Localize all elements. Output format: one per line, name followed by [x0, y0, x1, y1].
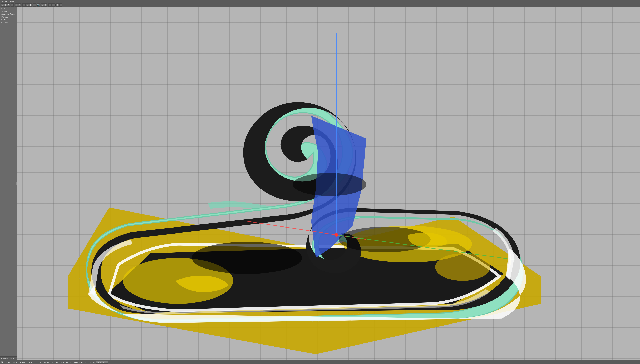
redo-btn[interactable]: ↪ — [52, 4, 55, 6]
tree-label-spherical: Spherical Coo... — [2, 13, 15, 15]
viewport[interactable] — [17, 7, 251, 141]
toolbar-sep-3 — [33, 4, 33, 6]
toolbar: ↖ ✛ ↻ ⤢ ⊹ ◎ ● ■ ⬟ ✦ 📷 # ⊞ ↩ ↪ ⚙ ● — [0, 3, 251, 7]
toolbar-sep-6 — [55, 4, 56, 6]
tree-item-lights[interactable]: ▶ Lights — [0, 21, 17, 24]
snap-btn[interactable]: ⊞ — [44, 4, 47, 6]
tree-item-gui[interactable]: GUI — [0, 7, 17, 10]
menu-insert[interactable]: Insert — [8, 0, 15, 3]
track-scene-svg — [17, 7, 251, 141]
cursor-btn[interactable]: ⊹ — [15, 4, 18, 6]
record-btn[interactable]: ● — [59, 4, 63, 6]
select-tool-btn[interactable]: ↖ — [1, 4, 4, 6]
cube-btn[interactable]: ■ — [26, 4, 29, 6]
camera-btn[interactable]: 📷 — [37, 4, 40, 6]
cylinder-btn[interactable]: ⬟ — [29, 4, 32, 6]
tree-label-models: Models — [3, 18, 9, 21]
tree-item-models[interactable]: ▶ Models — [0, 18, 17, 21]
tree-item-spherical[interactable]: Spherical Coo... — [0, 13, 17, 16]
tree-item-scene[interactable]: Scene — [0, 10, 17, 13]
toolbar-sep-2 — [22, 4, 22, 6]
rotate-tool-btn[interactable]: ↻ — [7, 4, 10, 6]
scale-tool-btn[interactable]: ⤢ — [11, 4, 14, 6]
toolbar-sep-5 — [48, 4, 48, 6]
left-panel: GUI Scene Spherical Coo... Physics ▶ Mod… — [0, 7, 17, 141]
orbit-btn[interactable]: ◎ — [18, 4, 21, 6]
menu-bar: World Insert — [0, 0, 251, 3]
tree-label-scene: Scene — [2, 10, 7, 12]
scene-tree: GUI Scene Spherical Coo... Physics ▶ Mod… — [0, 7, 17, 24]
undo-btn[interactable]: ↩ — [49, 4, 52, 6]
grid-btn[interactable]: # — [41, 4, 44, 6]
tree-label-gui: GUI — [2, 8, 5, 10]
light-btn[interactable]: ✦ — [33, 4, 36, 6]
translate-tool-btn[interactable]: ✛ — [4, 4, 7, 6]
settings-btn[interactable]: ⚙ — [56, 4, 59, 6]
tree-arrow-lights: ▶ — [2, 22, 3, 23]
menu-world[interactable]: World — [1, 0, 8, 3]
tree-label-lights: Lights — [3, 21, 8, 24]
tree-item-physics[interactable]: Physics — [0, 16, 17, 18]
sphere-btn[interactable]: ● — [23, 4, 26, 6]
tree-label-physics: Physics — [2, 16, 8, 18]
tree-arrow-models: ▶ — [2, 19, 3, 20]
